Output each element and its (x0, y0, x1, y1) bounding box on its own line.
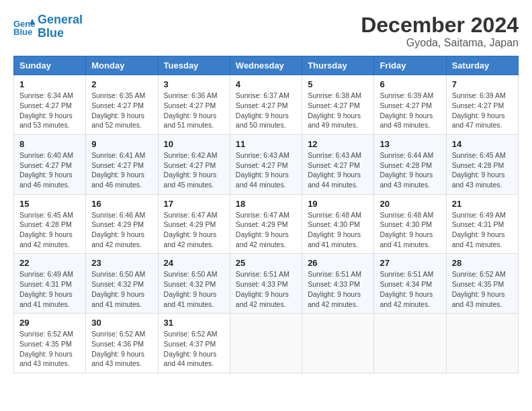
week-row-4: 22 Sunrise: 6:49 AMSunset: 4:31 PMDaylig… (14, 254, 519, 314)
day-number: 7 (452, 79, 513, 89)
calendar-cell: 5 Sunrise: 6:38 AMSunset: 4:27 PMDayligh… (302, 75, 374, 135)
calendar-cell: 14 Sunrise: 6:45 AMSunset: 4:28 PMDaylig… (446, 134, 518, 194)
weekday-header-row: SundayMondayTuesdayWednesdayThursdayFrid… (14, 56, 519, 75)
calendar-table: SundayMondayTuesdayWednesdayThursdayFrid… (13, 56, 519, 373)
weekday-saturday: Saturday (446, 56, 518, 75)
calendar-cell: 24 Sunrise: 6:50 AMSunset: 4:32 PMDaylig… (158, 254, 230, 314)
calendar-cell (230, 314, 302, 373)
day-info: Sunrise: 6:51 AMSunset: 4:33 PMDaylight:… (236, 269, 296, 309)
day-number: 23 (91, 258, 152, 268)
page-header: General Blue GeneralBlue December 2024 G… (13, 13, 519, 49)
day-number: 27 (380, 258, 440, 268)
calendar-cell: 2 Sunrise: 6:35 AMSunset: 4:27 PMDayligh… (86, 75, 158, 135)
calendar-cell: 7 Sunrise: 6:39 AMSunset: 4:27 PMDayligh… (446, 75, 518, 135)
day-info: Sunrise: 6:43 AMSunset: 4:27 PMDaylight:… (236, 150, 296, 190)
calendar-cell: 30 Sunrise: 6:52 AMSunset: 4:36 PMDaylig… (86, 314, 158, 373)
day-info: Sunrise: 6:50 AMSunset: 4:32 PMDaylight:… (164, 269, 224, 309)
day-info: Sunrise: 6:52 AMSunset: 4:37 PMDaylight:… (164, 329, 224, 369)
day-info: Sunrise: 6:47 AMSunset: 4:29 PMDaylight:… (164, 210, 224, 250)
calendar-cell: 4 Sunrise: 6:37 AMSunset: 4:27 PMDayligh… (230, 75, 302, 135)
day-number: 4 (236, 79, 296, 89)
day-number: 2 (91, 79, 152, 89)
day-number: 25 (236, 258, 296, 268)
weekday-sunday: Sunday (14, 56, 86, 75)
day-info: Sunrise: 6:52 AMSunset: 4:35 PMDaylight:… (19, 329, 80, 369)
calendar-cell: 6 Sunrise: 6:39 AMSunset: 4:27 PMDayligh… (374, 75, 446, 135)
day-info: Sunrise: 6:51 AMSunset: 4:33 PMDaylight:… (308, 269, 368, 309)
day-number: 12 (308, 139, 368, 149)
day-info: Sunrise: 6:40 AMSunset: 4:27 PMDaylight:… (19, 150, 80, 190)
day-number: 6 (380, 79, 440, 89)
calendar-cell (302, 314, 374, 373)
day-info: Sunrise: 6:39 AMSunset: 4:27 PMDaylight:… (452, 91, 513, 130)
week-row-1: 1 Sunrise: 6:34 AMSunset: 4:27 PMDayligh… (14, 75, 519, 135)
calendar-cell: 15 Sunrise: 6:45 AMSunset: 4:28 PMDaylig… (14, 194, 86, 254)
title-block: December 2024 Gyoda, Saitama, Japan (361, 13, 519, 49)
day-number: 14 (452, 139, 513, 149)
calendar-cell: 8 Sunrise: 6:40 AMSunset: 4:27 PMDayligh… (14, 134, 86, 194)
month-title: December 2024 (361, 13, 519, 37)
calendar-cell: 27 Sunrise: 6:51 AMSunset: 4:34 PMDaylig… (374, 254, 446, 314)
weekday-tuesday: Tuesday (158, 56, 230, 75)
calendar-cell: 16 Sunrise: 6:46 AMSunset: 4:29 PMDaylig… (86, 194, 158, 254)
day-number: 31 (164, 318, 224, 328)
day-info: Sunrise: 6:51 AMSunset: 4:34 PMDaylight:… (380, 269, 440, 309)
calendar-cell: 29 Sunrise: 6:52 AMSunset: 4:35 PMDaylig… (14, 314, 86, 373)
day-number: 19 (308, 199, 368, 209)
calendar-cell (374, 314, 446, 373)
day-number: 10 (164, 139, 224, 149)
day-number: 30 (91, 318, 152, 328)
day-info: Sunrise: 6:37 AMSunset: 4:27 PMDaylight:… (236, 91, 296, 130)
calendar-cell: 22 Sunrise: 6:49 AMSunset: 4:31 PMDaylig… (14, 254, 86, 314)
weekday-monday: Monday (86, 56, 158, 75)
calendar-cell: 31 Sunrise: 6:52 AMSunset: 4:37 PMDaylig… (158, 314, 230, 373)
calendar-cell: 21 Sunrise: 6:49 AMSunset: 4:31 PMDaylig… (446, 194, 518, 254)
day-number: 24 (164, 258, 224, 268)
day-info: Sunrise: 6:45 AMSunset: 4:28 PMDaylight:… (19, 210, 80, 250)
day-number: 11 (236, 139, 296, 149)
day-info: Sunrise: 6:38 AMSunset: 4:27 PMDaylight:… (308, 91, 368, 130)
day-info: Sunrise: 6:46 AMSunset: 4:29 PMDaylight:… (91, 210, 152, 250)
day-number: 15 (19, 199, 80, 209)
calendar-cell: 26 Sunrise: 6:51 AMSunset: 4:33 PMDaylig… (302, 254, 374, 314)
day-number: 26 (308, 258, 368, 268)
day-info: Sunrise: 6:50 AMSunset: 4:32 PMDaylight:… (91, 269, 152, 309)
calendar-cell (446, 314, 518, 373)
day-info: Sunrise: 6:49 AMSunset: 4:31 PMDaylight:… (452, 210, 513, 250)
calendar-cell: 25 Sunrise: 6:51 AMSunset: 4:33 PMDaylig… (230, 254, 302, 314)
day-info: Sunrise: 6:48 AMSunset: 4:30 PMDaylight:… (308, 210, 368, 250)
day-info: Sunrise: 6:36 AMSunset: 4:27 PMDaylight:… (164, 91, 224, 130)
week-row-2: 8 Sunrise: 6:40 AMSunset: 4:27 PMDayligh… (14, 134, 519, 194)
day-number: 8 (19, 139, 80, 149)
day-info: Sunrise: 6:41 AMSunset: 4:27 PMDaylight:… (91, 150, 152, 190)
weekday-friday: Friday (374, 56, 446, 75)
week-row-3: 15 Sunrise: 6:45 AMSunset: 4:28 PMDaylig… (14, 194, 519, 254)
day-number: 28 (452, 258, 513, 268)
calendar-cell: 11 Sunrise: 6:43 AMSunset: 4:27 PMDaylig… (230, 134, 302, 194)
day-info: Sunrise: 6:39 AMSunset: 4:27 PMDaylight:… (380, 91, 440, 130)
calendar-cell: 10 Sunrise: 6:42 AMSunset: 4:27 PMDaylig… (158, 134, 230, 194)
calendar-cell: 20 Sunrise: 6:48 AMSunset: 4:30 PMDaylig… (374, 194, 446, 254)
calendar-cell: 18 Sunrise: 6:47 AMSunset: 4:29 PMDaylig… (230, 194, 302, 254)
calendar-cell: 23 Sunrise: 6:50 AMSunset: 4:32 PMDaylig… (86, 254, 158, 314)
calendar-cell: 13 Sunrise: 6:44 AMSunset: 4:28 PMDaylig… (374, 134, 446, 194)
day-info: Sunrise: 6:48 AMSunset: 4:30 PMDaylight:… (380, 210, 440, 250)
day-number: 17 (164, 199, 224, 209)
day-number: 20 (380, 199, 440, 209)
day-info: Sunrise: 6:43 AMSunset: 4:27 PMDaylight:… (308, 150, 368, 190)
day-number: 13 (380, 139, 440, 149)
calendar-body: 1 Sunrise: 6:34 AMSunset: 4:27 PMDayligh… (14, 75, 519, 373)
logo-icon: General Blue (13, 17, 35, 36)
week-row-5: 29 Sunrise: 6:52 AMSunset: 4:35 PMDaylig… (14, 314, 519, 373)
day-info: Sunrise: 6:42 AMSunset: 4:27 PMDaylight:… (164, 150, 224, 190)
weekday-wednesday: Wednesday (230, 56, 302, 75)
day-info: Sunrise: 6:35 AMSunset: 4:27 PMDaylight:… (91, 91, 152, 130)
day-number: 1 (19, 79, 80, 89)
logo: General Blue GeneralBlue (13, 13, 83, 40)
day-number: 16 (91, 199, 152, 209)
day-number: 21 (452, 199, 513, 209)
day-info: Sunrise: 6:44 AMSunset: 4:28 PMDaylight:… (380, 150, 440, 190)
day-info: Sunrise: 6:47 AMSunset: 4:29 PMDaylight:… (236, 210, 296, 250)
calendar-cell: 9 Sunrise: 6:41 AMSunset: 4:27 PMDayligh… (86, 134, 158, 194)
day-number: 3 (164, 79, 224, 89)
